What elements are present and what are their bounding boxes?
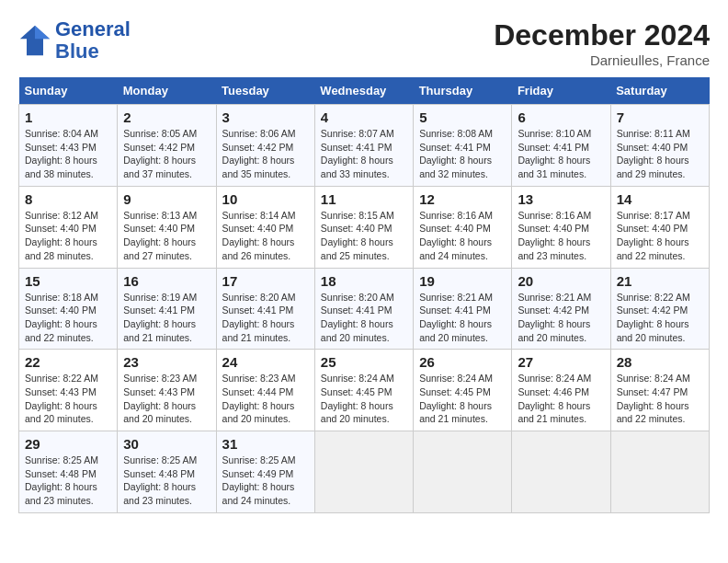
day-number: 31 [222, 436, 309, 452]
day-detail: Sunrise: 8:18 AMSunset: 4:40 PMDaylight:… [25, 291, 111, 345]
day-detail: Sunrise: 8:08 AMSunset: 4:41 PMDaylight:… [419, 127, 506, 181]
logo-text: General Blue [55, 18, 131, 63]
calendar-cell: 13Sunrise: 8:16 AMSunset: 4:40 PMDayligh… [512, 186, 610, 268]
weekday-header-thursday: Thursday [414, 77, 512, 105]
day-number: 6 [518, 109, 604, 125]
calendar-cell: 1Sunrise: 8:04 AMSunset: 4:43 PMDaylight… [19, 105, 118, 187]
calendar-cell: 21Sunrise: 8:22 AMSunset: 4:42 PMDayligh… [610, 268, 709, 350]
day-number: 14 [617, 191, 703, 207]
day-number: 8 [25, 191, 111, 207]
calendar-cell: 29Sunrise: 8:25 AMSunset: 4:48 PMDayligh… [19, 431, 118, 513]
day-detail: Sunrise: 8:20 AMSunset: 4:41 PMDaylight:… [321, 291, 407, 345]
day-detail: Sunrise: 8:25 AMSunset: 4:48 PMDaylight:… [25, 454, 111, 508]
day-detail: Sunrise: 8:12 AMSunset: 4:40 PMDaylight:… [25, 209, 111, 263]
calendar-cell [610, 431, 709, 513]
day-detail: Sunrise: 8:19 AMSunset: 4:41 PMDaylight:… [123, 291, 210, 345]
day-detail: Sunrise: 8:06 AMSunset: 4:42 PMDaylight:… [222, 127, 309, 181]
day-detail: Sunrise: 8:21 AMSunset: 4:42 PMDaylight:… [518, 291, 604, 345]
calendar-cell: 28Sunrise: 8:24 AMSunset: 4:47 PMDayligh… [610, 350, 709, 431]
page-header: General Blue December 2024 Darnieulles, … [18, 18, 710, 68]
day-detail: Sunrise: 8:21 AMSunset: 4:41 PMDaylight:… [419, 291, 506, 345]
day-number: 24 [222, 354, 309, 370]
weekday-header-row: SundayMondayTuesdayWednesdayThursdayFrid… [19, 77, 710, 105]
day-number: 5 [419, 109, 506, 125]
calendar-week-row: 15Sunrise: 8:18 AMSunset: 4:40 PMDayligh… [19, 268, 710, 350]
day-detail: Sunrise: 8:24 AMSunset: 4:47 PMDaylight:… [617, 372, 703, 426]
day-number: 21 [617, 273, 703, 289]
day-number: 20 [518, 273, 604, 289]
day-number: 4 [321, 109, 407, 125]
day-detail: Sunrise: 8:22 AMSunset: 4:42 PMDaylight:… [617, 291, 703, 345]
day-number: 28 [617, 354, 703, 370]
calendar-cell: 9Sunrise: 8:13 AMSunset: 4:40 PMDaylight… [118, 186, 216, 268]
day-number: 9 [123, 191, 210, 207]
calendar-header: SundayMondayTuesdayWednesdayThursdayFrid… [19, 77, 710, 105]
day-number: 11 [321, 191, 407, 207]
calendar-cell: 26Sunrise: 8:24 AMSunset: 4:45 PMDayligh… [414, 350, 512, 431]
calendar-cell: 14Sunrise: 8:17 AMSunset: 4:40 PMDayligh… [610, 186, 709, 268]
logo: General Blue [18, 18, 131, 63]
calendar-cell: 31Sunrise: 8:25 AMSunset: 4:49 PMDayligh… [216, 431, 314, 513]
calendar-cell [414, 431, 512, 513]
day-detail: Sunrise: 8:23 AMSunset: 4:43 PMDaylight:… [123, 372, 210, 426]
calendar-cell: 27Sunrise: 8:24 AMSunset: 4:46 PMDayligh… [512, 350, 610, 431]
day-detail: Sunrise: 8:23 AMSunset: 4:44 PMDaylight:… [222, 372, 309, 426]
day-number: 15 [25, 273, 111, 289]
calendar-cell: 17Sunrise: 8:20 AMSunset: 4:41 PMDayligh… [216, 268, 314, 350]
day-number: 2 [123, 109, 210, 125]
calendar-body: 1Sunrise: 8:04 AMSunset: 4:43 PMDaylight… [19, 105, 710, 513]
calendar-cell: 12Sunrise: 8:16 AMSunset: 4:40 PMDayligh… [414, 186, 512, 268]
calendar-cell: 20Sunrise: 8:21 AMSunset: 4:42 PMDayligh… [512, 268, 610, 350]
day-detail: Sunrise: 8:15 AMSunset: 4:40 PMDaylight:… [321, 209, 407, 263]
month-title: December 2024 [494, 18, 710, 52]
day-detail: Sunrise: 8:11 AMSunset: 4:40 PMDaylight:… [617, 127, 703, 181]
day-number: 17 [222, 273, 309, 289]
day-number: 25 [321, 354, 407, 370]
calendar-cell: 23Sunrise: 8:23 AMSunset: 4:43 PMDayligh… [118, 350, 216, 431]
day-detail: Sunrise: 8:25 AMSunset: 4:49 PMDaylight:… [222, 454, 309, 508]
calendar-cell: 6Sunrise: 8:10 AMSunset: 4:41 PMDaylight… [512, 105, 610, 187]
calendar-cell: 18Sunrise: 8:20 AMSunset: 4:41 PMDayligh… [314, 268, 413, 350]
day-number: 13 [518, 191, 604, 207]
day-number: 1 [25, 109, 111, 125]
weekday-header-friday: Friday [512, 77, 610, 105]
day-detail: Sunrise: 8:22 AMSunset: 4:43 PMDaylight:… [25, 372, 111, 426]
day-number: 10 [222, 191, 309, 207]
svg-marker-1 [35, 26, 50, 39]
day-detail: Sunrise: 8:24 AMSunset: 4:46 PMDaylight:… [518, 372, 604, 426]
weekday-header-monday: Monday [118, 77, 216, 105]
weekday-header-saturday: Saturday [610, 77, 709, 105]
calendar-cell [512, 431, 610, 513]
calendar-cell: 24Sunrise: 8:23 AMSunset: 4:44 PMDayligh… [216, 350, 314, 431]
calendar-week-row: 8Sunrise: 8:12 AMSunset: 4:40 PMDaylight… [19, 186, 710, 268]
calendar-cell: 19Sunrise: 8:21 AMSunset: 4:41 PMDayligh… [414, 268, 512, 350]
day-detail: Sunrise: 8:17 AMSunset: 4:40 PMDaylight:… [617, 209, 703, 263]
calendar-cell [314, 431, 413, 513]
day-number: 3 [222, 109, 309, 125]
day-detail: Sunrise: 8:07 AMSunset: 4:41 PMDaylight:… [321, 127, 407, 181]
calendar-cell: 25Sunrise: 8:24 AMSunset: 4:45 PMDayligh… [314, 350, 413, 431]
day-detail: Sunrise: 8:24 AMSunset: 4:45 PMDaylight:… [321, 372, 407, 426]
day-detail: Sunrise: 8:14 AMSunset: 4:40 PMDaylight:… [222, 209, 309, 263]
calendar-cell: 22Sunrise: 8:22 AMSunset: 4:43 PMDayligh… [19, 350, 118, 431]
day-detail: Sunrise: 8:10 AMSunset: 4:41 PMDaylight:… [518, 127, 604, 181]
calendar-week-row: 29Sunrise: 8:25 AMSunset: 4:48 PMDayligh… [19, 431, 710, 513]
logo-line1: General [55, 17, 131, 40]
day-number: 16 [123, 273, 210, 289]
day-number: 12 [419, 191, 506, 207]
day-detail: Sunrise: 8:05 AMSunset: 4:42 PMDaylight:… [123, 127, 210, 181]
calendar-cell: 7Sunrise: 8:11 AMSunset: 4:40 PMDaylight… [610, 105, 709, 187]
calendar-table: SundayMondayTuesdayWednesdayThursdayFrid… [18, 77, 710, 513]
weekday-header-tuesday: Tuesday [216, 77, 314, 105]
weekday-header-wednesday: Wednesday [314, 77, 413, 105]
day-number: 22 [25, 354, 111, 370]
day-number: 23 [123, 354, 210, 370]
calendar-cell: 10Sunrise: 8:14 AMSunset: 4:40 PMDayligh… [216, 186, 314, 268]
title-block: December 2024 Darnieulles, France [494, 18, 710, 68]
logo-icon [18, 24, 51, 57]
day-detail: Sunrise: 8:24 AMSunset: 4:45 PMDaylight:… [419, 372, 506, 426]
logo-line2: Blue [55, 40, 99, 63]
calendar-cell: 5Sunrise: 8:08 AMSunset: 4:41 PMDaylight… [414, 105, 512, 187]
location: Darnieulles, France [494, 52, 710, 68]
day-number: 7 [617, 109, 703, 125]
